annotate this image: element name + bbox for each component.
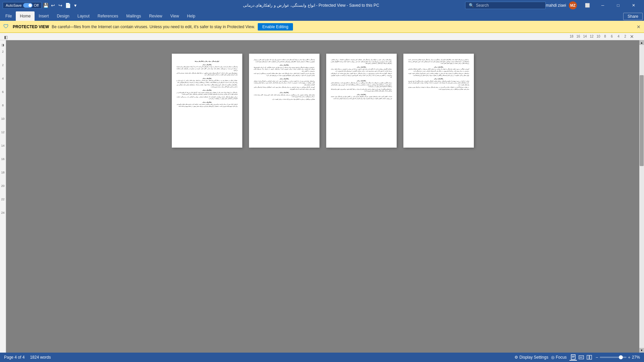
scroll-down-button[interactable]: ▼	[639, 348, 644, 353]
document-area[interactable]: انواع وابستگی: مواد، رفتار، و اختلال‌های…	[6, 40, 639, 353]
undo-icon[interactable]: ↩	[50, 3, 56, 8]
quick-access-toolbar: 💾 ↩ ↪ 📄 ▾	[43, 3, 78, 8]
autosave-switch[interactable]	[23, 3, 33, 8]
window-controls: ⬜ ─ □ ✕	[580, 0, 641, 11]
svg-rect-7	[587, 355, 589, 359]
page-4[interactable]: بر اساس بررسی‌های انجام شده، راهکارهای ج…	[403, 54, 474, 148]
page-3-content: رویکردهای درمانی مبتنی بر شواهد برای واب…	[331, 59, 392, 100]
share-button[interactable]: Share	[623, 13, 643, 20]
scroll-up-button[interactable]: ▲	[639, 40, 644, 45]
maximize-button[interactable]: □	[610, 0, 626, 11]
page-1-content: انواع وابستگی: مواد، رفتار، و اختلال‌های…	[177, 60, 238, 107]
title-bar-left: AutoSave Off 💾 ↩ ↪ 📄 ▾	[3, 2, 157, 9]
main-area: ◨ 2 2 4 6 8 10 12 14 16 18 20 22 24 انو	[0, 40, 644, 353]
tab-insert[interactable]: Insert	[35, 11, 53, 21]
svg-rect-0	[571, 355, 575, 359]
tab-layout[interactable]: Layout	[73, 11, 94, 21]
tab-help[interactable]: Help	[183, 11, 199, 21]
search-bar[interactable]: 🔍	[465, 2, 546, 9]
svg-rect-8	[590, 355, 592, 359]
enable-editing-button[interactable]: Enable Editing	[258, 23, 293, 31]
search-icon: 🔍	[469, 3, 474, 8]
ruler-num-12: 12	[588, 35, 595, 38]
autosave-state: Off	[34, 3, 39, 7]
tab-file[interactable]: File	[1, 11, 16, 21]
ruler-num-2: 2	[622, 35, 629, 38]
protected-message: Be careful—files from the Internet can c…	[52, 24, 255, 29]
page-1[interactable]: انواع وابستگی: مواد، رفتار، و اختلال‌های…	[172, 54, 242, 148]
scroll-thumb[interactable]	[640, 75, 644, 166]
page-2[interactable]: وابستگی به الکل و مواد مخدر می‌تواند آسی…	[249, 54, 319, 148]
user-name: mahdi ziaei	[546, 3, 566, 8]
pages-row: انواع وابستگی: مواد، رفتار، و اختلال‌های…	[172, 54, 474, 148]
display-settings-icon: ⚙	[514, 355, 518, 360]
ribbon-display-icon[interactable]: ⬜	[580, 0, 595, 11]
web-layout-view-button[interactable]	[578, 354, 585, 361]
ruler-num-6: 6	[608, 35, 615, 38]
tab-view[interactable]: View	[166, 11, 183, 21]
ruler-num-8: 8	[602, 35, 608, 38]
ruler-numbers: 18 16 14 12 10 8 6 4 2 ✕	[568, 34, 634, 39]
save-icon[interactable]: 💾	[43, 3, 48, 8]
tab-references[interactable]: References	[94, 11, 122, 21]
ruler-num-18: 18	[568, 35, 575, 38]
ruler-num-4: 4	[615, 35, 622, 38]
read-mode-view-button[interactable]	[586, 354, 593, 361]
new-doc-icon[interactable]: 📄	[65, 3, 70, 8]
zoom-controls: − + 27%	[596, 355, 640, 360]
customize-icon[interactable]: ▾	[72, 3, 78, 8]
page-4-content: بر اساس بررسی‌های انجام شده، راهکارهای ج…	[408, 59, 469, 90]
display-settings-label: Display Settings	[519, 355, 548, 360]
user-section: mahdi ziaei MZ	[546, 1, 577, 9]
view-buttons	[569, 354, 593, 361]
protected-label: PROTECTED VIEW	[13, 24, 49, 29]
zoom-out-button[interactable]: −	[596, 355, 598, 360]
display-settings[interactable]: ⚙ Display Settings	[514, 355, 548, 360]
autosave-label: AutoSave	[6, 3, 22, 7]
title-bar: AutoSave Off 💾 ↩ ↪ 📄 ▾ انواع وابستگی، عو…	[0, 0, 644, 11]
tab-home[interactable]: Home	[16, 11, 35, 21]
minimize-button[interactable]: ─	[595, 0, 610, 11]
zoom-in-button[interactable]: +	[628, 355, 631, 360]
word-count: 1824 words	[30, 355, 51, 360]
print-layout-view-button[interactable]	[569, 354, 577, 361]
ruler-num-16: 16	[575, 35, 582, 38]
close-button[interactable]: ✕	[626, 0, 641, 11]
page-3[interactable]: رویکردهای درمانی مبتنی بر شواهد برای واب…	[326, 54, 397, 148]
ribbon-tabs: File Home Insert Design Layout Reference…	[0, 11, 644, 21]
ruler-left-marker: ◧	[4, 35, 8, 40]
search-input[interactable]	[476, 3, 542, 8]
shield-icon: 🛡	[3, 23, 10, 30]
page-2-content: وابستگی به الکل و مواد مخدر می‌تواند آسی…	[254, 59, 315, 100]
ruler-num-14: 14	[582, 35, 588, 38]
status-right: ⚙ Display Settings ◎ Focus − + 27%	[514, 354, 640, 361]
scroll-track[interactable]	[639, 45, 644, 348]
redo-icon[interactable]: ↪	[58, 3, 63, 8]
banner-close-icon[interactable]: ✕	[637, 24, 641, 30]
tab-mailings[interactable]: Mailings	[122, 11, 145, 21]
svg-rect-4	[579, 356, 584, 359]
page-info: Page 4 of 4	[4, 355, 24, 360]
left-ruler-marker: ◨	[1, 42, 4, 48]
autosave-toggle[interactable]: AutoSave Off	[3, 2, 42, 9]
zoom-thumb	[619, 355, 623, 359]
tab-review[interactable]: Review	[145, 11, 166, 21]
focus-label: Focus	[556, 355, 567, 360]
tab-design[interactable]: Design	[53, 11, 73, 21]
document-title: انواع وابستگی، عوارض و راهکارهای درمانی …	[157, 3, 465, 8]
ruler-collapse-icon[interactable]: ✕	[630, 34, 634, 39]
focus-button[interactable]: ◎ Focus	[551, 355, 567, 360]
zoom-level: 27%	[632, 355, 640, 360]
status-bar: Page 4 of 4 1824 words ⚙ Display Setting…	[0, 353, 644, 362]
ruler-num-10: 10	[595, 35, 602, 38]
status-left: Page 4 of 4 1824 words	[4, 355, 514, 360]
scrollbar-vertical[interactable]: ▲ ▼	[639, 40, 644, 353]
zoom-slider[interactable]	[600, 357, 627, 358]
focus-icon: ◎	[551, 355, 554, 360]
protected-view-banner: 🛡 PROTECTED VIEW Be careful—files from t…	[0, 21, 644, 33]
avatar[interactable]: MZ	[569, 1, 577, 9]
ruler: ◧ 18 16 14 12 10 8 6 4 2 ✕	[0, 33, 644, 40]
left-ruler: ◨ 2 2 4 6 8 10 12 14 16 18 20 22 24	[0, 40, 6, 353]
